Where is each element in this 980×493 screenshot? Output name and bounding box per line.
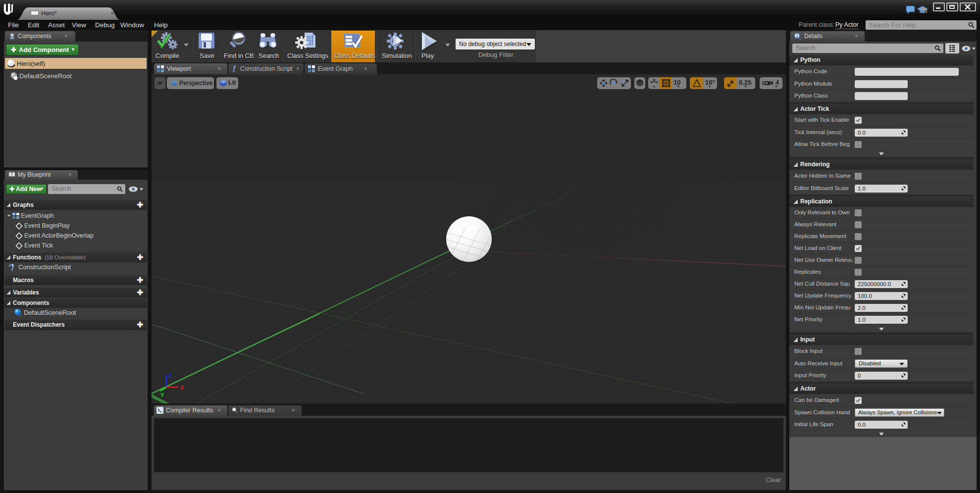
svg-text:Y: Y [160, 392, 164, 398]
svg-text:Hero*: Hero* [41, 10, 57, 17]
svg-text:×: × [111, 10, 114, 17]
svg-text:Z: Z [168, 373, 172, 379]
svg-text:X: X [180, 385, 184, 391]
